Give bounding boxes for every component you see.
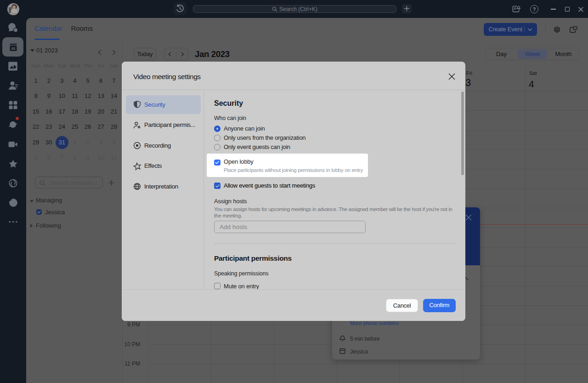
svg-text:31: 31 — [11, 46, 15, 51]
